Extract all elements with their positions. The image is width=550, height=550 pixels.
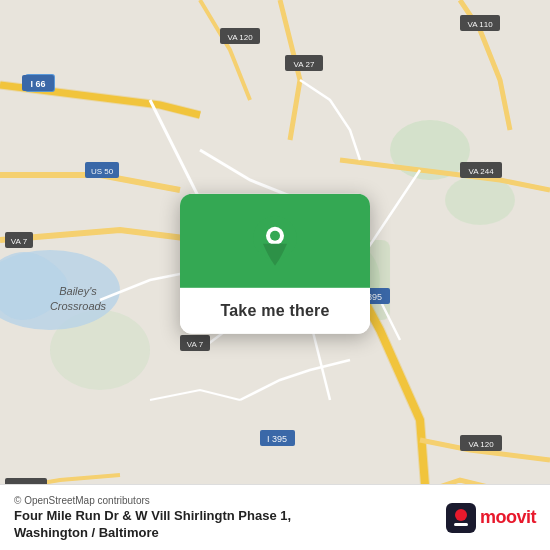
svg-point-38: [270, 231, 280, 241]
svg-rect-41: [454, 523, 468, 526]
take-me-there-button[interactable]: Take me there: [180, 288, 370, 334]
svg-point-40: [455, 509, 467, 521]
svg-text:VA 110: VA 110: [467, 20, 493, 29]
svg-text:I 66: I 66: [30, 79, 45, 89]
svg-text:VA 120: VA 120: [227, 33, 253, 42]
svg-text:VA 27: VA 27: [294, 60, 315, 69]
location-popup: Take me there: [180, 194, 370, 334]
svg-text:VA 120: VA 120: [468, 440, 494, 449]
bottom-bar: © OpenStreetMap contributors Four Mile R…: [0, 484, 550, 550]
osm-attribution: © OpenStreetMap contributors: [14, 495, 291, 506]
svg-text:VA 244: VA 244: [468, 167, 494, 176]
svg-text:I 395: I 395: [267, 434, 287, 444]
moovit-icon: [446, 503, 476, 533]
location-line1: Four Mile Run Dr & W Vill Shirlingtn Pha…: [14, 508, 291, 523]
map-container: I 66 VA 120 VA 27 VA 110 VA 244 US 50 VA…: [0, 0, 550, 550]
popup-pin-area: [180, 194, 370, 288]
svg-text:VA 7: VA 7: [187, 340, 204, 349]
location-pin-icon: [253, 216, 297, 270]
location-line2: Washington / Baltimore: [14, 525, 291, 540]
svg-text:VA 7: VA 7: [11, 237, 28, 246]
svg-text:Crossroads: Crossroads: [50, 300, 107, 312]
svg-text:Bailey's: Bailey's: [59, 285, 97, 297]
svg-text:US 50: US 50: [91, 167, 114, 176]
moovit-text: moovit: [480, 507, 536, 528]
location-info: © OpenStreetMap contributors Four Mile R…: [14, 495, 291, 540]
moovit-logo: moovit: [446, 503, 536, 533]
